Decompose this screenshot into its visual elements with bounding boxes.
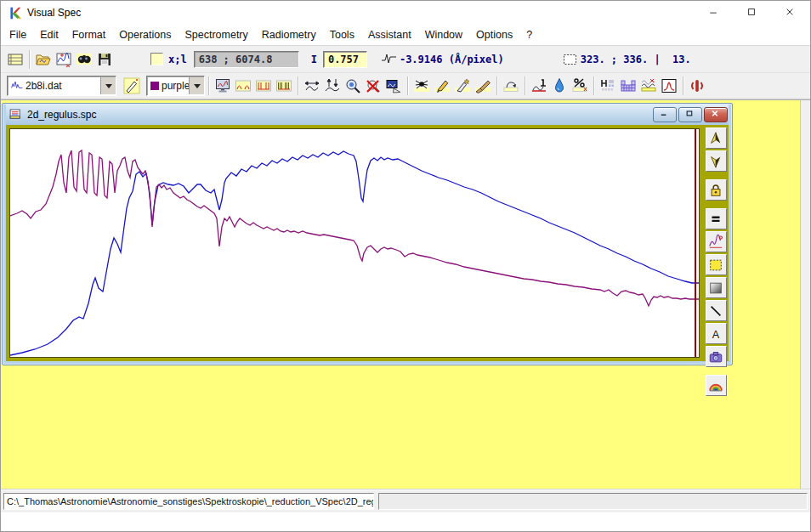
- document-icon: [9, 107, 23, 122]
- separator: [29, 50, 30, 69]
- selection-box-icon[interactable]: [560, 49, 581, 70]
- vspec-logo-icon: [8, 6, 22, 20]
- select-area-icon[interactable]: [706, 254, 727, 275]
- intensity-value-field[interactable]: 0.757: [323, 51, 367, 68]
- separator: [683, 76, 683, 95]
- close-button[interactable]: [772, 1, 810, 25]
- window-title: Visual Spec: [27, 7, 695, 19]
- normalize-1-icon[interactable]: [529, 76, 549, 96]
- application-window: Visual Spec File Edit Format Operations …: [0, 0, 811, 532]
- document-title: 2d_regulus.spc: [27, 109, 651, 121]
- coord-checkbox[interactable]: [150, 53, 163, 65]
- line-draw-icon[interactable]: [706, 300, 727, 321]
- arrow-up-icon[interactable]: [706, 127, 727, 149]
- menu-radiometry[interactable]: Radiometry: [255, 26, 323, 43]
- color-pen-icon[interactable]: [122, 76, 142, 96]
- spectrum-file-icon: [10, 79, 24, 93]
- zoom-icon[interactable]: [343, 76, 363, 96]
- undo-profile-icon[interactable]: [501, 76, 521, 96]
- draw-pen-icon[interactable]: [452, 76, 473, 96]
- rainbow-palette-icon[interactable]: [706, 375, 727, 396]
- open-file-icon[interactable]: [33, 49, 54, 70]
- menu-spectrometry[interactable]: Spectrometry: [178, 26, 254, 43]
- tools-toolbar: 2b8i.dat purpleF: [1, 73, 810, 99]
- display-mode-icon[interactable]: [213, 76, 233, 96]
- file-combo[interactable]: 2b8i.dat: [7, 76, 116, 96]
- document-minimize-button[interactable]: [653, 107, 677, 122]
- text-a-icon[interactable]: A: [706, 323, 727, 344]
- separator: [298, 76, 298, 95]
- menu-edit[interactable]: Edit: [33, 26, 65, 43]
- equals-icon[interactable]: [706, 208, 727, 229]
- file-combo-value: 2b8i.dat: [26, 80, 100, 92]
- unzoom-icon[interactable]: [363, 76, 383, 96]
- menu-operations[interactable]: Operations: [112, 26, 178, 43]
- intensity-label: I: [311, 54, 317, 65]
- document-body: A: [6, 125, 729, 361]
- import-profile-icon[interactable]: [54, 49, 74, 70]
- menu-format[interactable]: Format: [65, 26, 113, 43]
- save-icon[interactable]: [94, 49, 115, 70]
- document-window: 2d_regulus.spc: [2, 103, 733, 365]
- separator: [593, 76, 594, 95]
- binoculars-icon[interactable]: [74, 49, 94, 70]
- play-sound-icon[interactable]: [687, 76, 707, 96]
- separator: [496, 76, 497, 95]
- status-empty-panel: [378, 493, 808, 510]
- document-title-bar[interactable]: 2d_regulus.spc: [6, 104, 729, 125]
- spectrum-plot[interactable]: [9, 128, 700, 358]
- gaussian-fit-icon[interactable]: [659, 76, 679, 96]
- separator: [525, 76, 525, 95]
- periodic-table-icon[interactable]: [618, 76, 638, 96]
- crop-spider-icon[interactable]: [411, 76, 432, 96]
- separator: [407, 76, 408, 95]
- color-swatch: [150, 82, 159, 90]
- menu-assistant[interactable]: Assistant: [361, 26, 418, 43]
- gradient-square-icon[interactable]: [706, 277, 727, 298]
- selection-text: 323. ; 336. | 13.: [581, 54, 691, 65]
- title-bar[interactable]: Visual Spec: [1, 1, 810, 25]
- svg-text:A: A: [712, 328, 720, 340]
- menu-window[interactable]: Window: [418, 26, 469, 43]
- shift-x-icon[interactable]: [302, 76, 322, 96]
- lock-icon[interactable]: [706, 179, 727, 201]
- element-lines-icon[interactable]: [598, 76, 618, 96]
- maximize-button[interactable]: [734, 1, 772, 25]
- document-restore-button[interactable]: [678, 107, 702, 122]
- shift-y-icon[interactable]: [322, 76, 343, 96]
- menu-help[interactable]: ?: [519, 26, 539, 43]
- status-bar: C:\_Thomas\Astronomie\Astronomie_sonstig…: [1, 489, 810, 512]
- menu-file[interactable]: File: [3, 26, 33, 43]
- camera-icon[interactable]: [706, 346, 727, 367]
- file-combo-arrow[interactable]: [100, 77, 116, 94]
- document-close-button[interactable]: [704, 107, 728, 122]
- water-drop-icon[interactable]: [549, 76, 570, 96]
- arrow-down-icon[interactable]: [706, 150, 727, 172]
- overlay-profiles-icon[interactable]: [638, 76, 659, 96]
- percent-icon[interactable]: [570, 76, 590, 96]
- smooth-brush-icon[interactable]: [473, 76, 493, 96]
- coord-label: x;l: [168, 54, 187, 65]
- separator: [208, 76, 209, 95]
- export-profile-icon[interactable]: [383, 76, 404, 96]
- card-file-icon[interactable]: [5, 49, 26, 70]
- spectrum-chart: [10, 129, 699, 357]
- mdi-scrollbar[interactable]: [800, 100, 810, 489]
- menu-options[interactable]: Options: [469, 26, 519, 43]
- status-file-path: C:\_Thomas\Astronomie\Astronomie_sonstig…: [3, 493, 374, 510]
- edit-pencil-icon[interactable]: [432, 76, 452, 96]
- color-combo-value: purpleF: [162, 80, 189, 92]
- bars-pairs-icon[interactable]: [253, 76, 274, 96]
- chart-frame: [6, 125, 703, 361]
- mdi-workspace: 2d_regulus.spc: [1, 99, 810, 489]
- profile-curves-icon[interactable]: [233, 76, 253, 96]
- fit-curve-icon[interactable]: [706, 231, 727, 252]
- menu-tools[interactable]: Tools: [323, 26, 361, 43]
- color-combo[interactable]: purpleF: [146, 76, 205, 96]
- minimize-button[interactable]: [695, 1, 734, 25]
- side-toolbar: A: [703, 125, 729, 361]
- bars-triple-icon[interactable]: [274, 76, 294, 96]
- main-toolbar: x;l 638 ; 6074.8 I 0.757 -3.9146 (Å/pixe…: [1, 46, 810, 73]
- coord-value-field[interactable]: 638 ; 6074.8: [194, 51, 299, 68]
- color-combo-arrow[interactable]: [189, 77, 204, 94]
